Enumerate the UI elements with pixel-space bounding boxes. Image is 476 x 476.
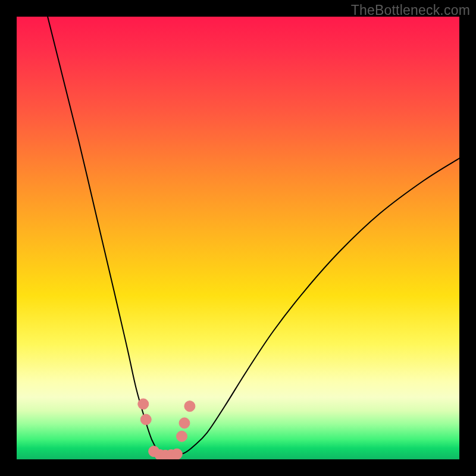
chart-frame: TheBottleneck.com [0, 0, 476, 476]
attribution-text: TheBottleneck.com [351, 2, 470, 18]
markers-group [138, 399, 195, 459]
marker-point [179, 418, 190, 428]
marker-point [171, 449, 182, 459]
marker-point [177, 431, 187, 441]
marker-point [138, 399, 149, 409]
bottleneck-curve [48, 17, 459, 456]
plot-area [17, 17, 459, 459]
chart-svg [17, 17, 459, 459]
marker-point [140, 414, 151, 425]
marker-point [184, 401, 195, 412]
